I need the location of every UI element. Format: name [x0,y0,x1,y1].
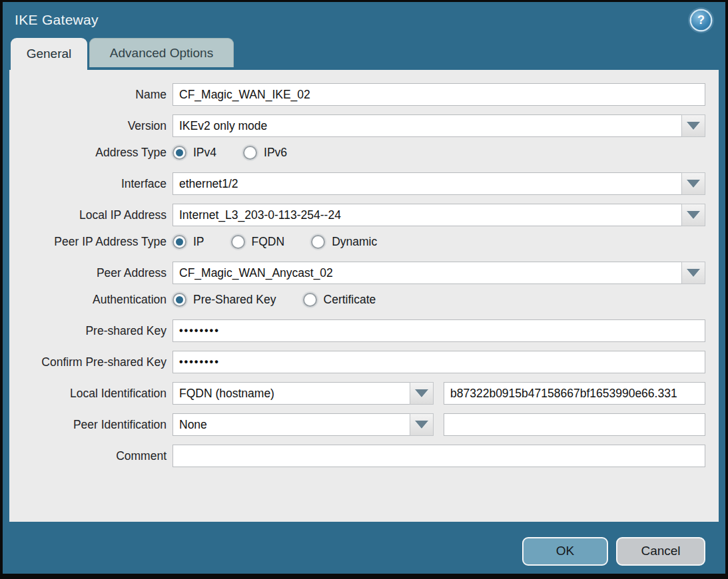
chevron-down-icon [687,122,700,130]
radio-icon[interactable] [243,146,257,160]
peer-identification-row: Peer Identification [9,413,705,436]
authentication-row: Authentication Pre-Shared Key Certificat… [9,293,705,307]
chevron-down-icon [415,421,428,429]
radio-label: IPv6 [257,146,287,160]
local-ip-dropdown-button[interactable] [681,204,705,226]
peer-ip-type-row: Peer IP Address Type IP FQDN Dynamic [9,235,705,249]
local-identification-label: Local Identification [9,387,173,401]
name-row: Name [9,83,705,106]
local-identification-row: Local Identification [9,382,705,405]
radio-label: Dynamic [325,235,377,249]
preshared-key-row: Pre-shared Key [9,319,705,342]
local-identification-dropdown-button[interactable] [410,382,434,405]
chevron-down-icon [415,389,428,397]
radio-option-dynamic[interactable]: Dynamic [311,235,377,249]
comment-row: Comment [9,445,705,467]
radio-label: IPv4 [186,146,216,160]
preshared-key-label: Pre-shared Key [9,324,173,338]
tab-general[interactable]: General [11,38,87,70]
peer-ip-type-label: Peer IP Address Type [9,235,173,249]
interface-row: Interface [9,172,705,195]
interface-label: Interface [9,177,173,191]
interface-dropdown-button[interactable] [681,172,705,195]
peer-address-input[interactable] [173,262,681,284]
radio-option-certificate[interactable]: Certificate [303,293,376,307]
peer-identification-dropdown-button[interactable] [410,413,434,436]
general-tab-panel: Name Version Address Type [9,70,719,522]
radio-icon[interactable] [303,293,317,307]
radio-icon[interactable] [173,146,186,160]
confirm-preshared-key-input[interactable] [173,351,705,373]
comment-label: Comment [9,449,173,463]
address-type-row: Address Type IPv4 IPv6 [9,146,705,160]
comment-input[interactable] [173,445,705,467]
radio-option-ipv6[interactable]: IPv6 [243,146,287,160]
radio-icon[interactable] [173,293,186,307]
radio-option-fqdn[interactable]: FQDN [231,235,285,249]
ok-button[interactable]: OK [522,537,608,566]
radio-icon[interactable] [173,235,186,249]
peer-address-dropdown-button[interactable] [681,262,705,284]
interface-input[interactable] [173,172,681,195]
version-row: Version [9,114,705,137]
peer-identification-type-select[interactable] [173,413,410,436]
title-bar: IKE Gateway ? [3,2,725,38]
cancel-button[interactable]: Cancel [616,537,705,566]
radio-label: Certificate [317,293,376,307]
version-label: Version [9,119,173,133]
radio-option-ip[interactable]: IP [173,235,204,249]
radio-label: FQDN [245,235,285,249]
radio-icon[interactable] [311,235,325,249]
local-identification-type-select[interactable] [173,382,410,405]
tab-advanced-options[interactable]: Advanced Options [89,38,234,67]
peer-identification-value-input[interactable] [444,413,705,436]
peer-identification-label: Peer Identification [9,418,173,432]
version-dropdown-button[interactable] [681,114,705,137]
radio-label: IP [186,235,204,249]
radio-label: Pre-Shared Key [186,293,276,307]
tab-bar: General Advanced Options [3,38,725,70]
version-input[interactable] [173,114,681,137]
name-input[interactable] [173,83,705,106]
radio-option-preshared-key[interactable]: Pre-Shared Key [173,293,276,307]
local-ip-row: Local IP Address [9,204,705,226]
peer-address-row: Peer Address [9,262,705,284]
ike-gateway-dialog: IKE Gateway ? General Advanced Options N… [0,0,728,579]
preshared-key-input[interactable] [173,319,705,342]
chevron-down-icon [687,269,700,277]
confirm-preshared-key-row: Confirm Pre-shared Key [9,351,705,373]
radio-option-ipv4[interactable]: IPv4 [173,146,216,160]
address-type-label: Address Type [9,146,173,160]
chevron-down-icon [687,180,700,188]
dialog-footer: OK Cancel [3,528,725,574]
local-identification-value-input[interactable] [444,382,705,405]
confirm-preshared-key-label: Confirm Pre-shared Key [9,355,173,369]
chevron-down-icon [687,211,700,219]
dialog-title: IKE Gateway [15,12,99,28]
help-icon[interactable]: ? [691,11,711,30]
peer-address-label: Peer Address [9,266,173,280]
local-ip-input[interactable] [173,204,681,226]
local-ip-label: Local IP Address [9,208,173,222]
radio-icon[interactable] [231,235,245,249]
authentication-label: Authentication [9,293,173,307]
name-label: Name [9,88,173,102]
